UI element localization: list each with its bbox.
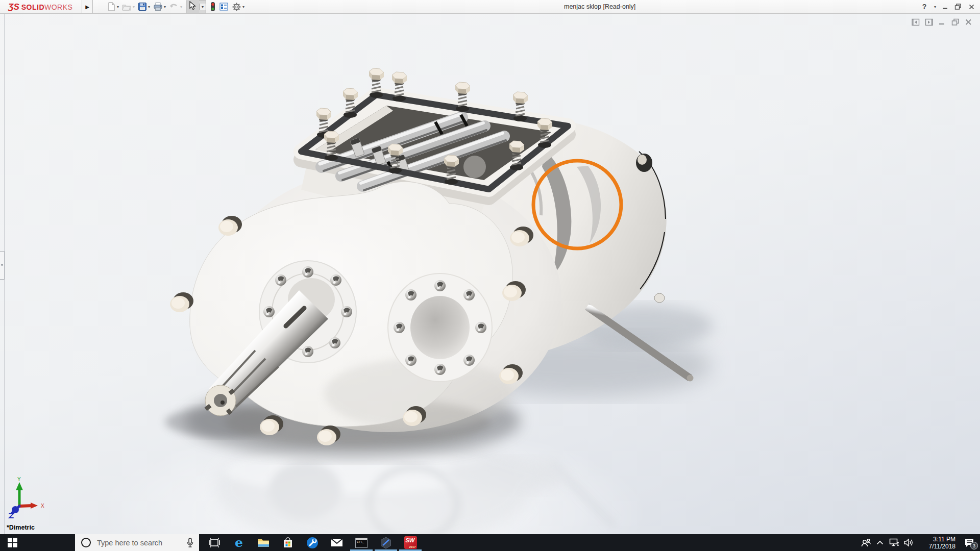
stoplight-button[interactable] xyxy=(208,0,217,13)
new-document-icon xyxy=(107,2,116,11)
windows-taskbar: Type here to search e xyxy=(0,534,980,551)
minimize-icon xyxy=(942,4,948,10)
notification-badge: 3 xyxy=(970,542,978,549)
new-document-button[interactable]: ▾ xyxy=(105,0,120,13)
clock-time: 3:11 PM xyxy=(916,536,955,543)
windows-logo-icon xyxy=(8,538,17,547)
select-cursor-icon xyxy=(186,0,199,13)
people-icon xyxy=(861,538,871,547)
reference-triad[interactable]: Y X xyxy=(3,477,49,520)
command-prompt-icon: C:\_ xyxy=(355,538,368,548)
save-button[interactable]: ▾ xyxy=(136,0,152,13)
quick-access-toolbar: ▾ ▾ ▾ ▾ xyxy=(105,0,246,13)
triad-y-label: Y xyxy=(17,477,21,482)
undo-caret[interactable]: ▾ xyxy=(180,5,182,9)
solidworks-2017-icon: SW 2017 xyxy=(404,536,417,549)
close-icon xyxy=(968,4,975,10)
restore-icon xyxy=(954,3,962,10)
close-button[interactable] xyxy=(965,0,978,13)
options-caret[interactable]: ▾ xyxy=(242,5,244,9)
edge-button[interactable]: e xyxy=(227,534,251,551)
store-button[interactable] xyxy=(276,534,300,551)
store-icon xyxy=(282,537,293,548)
print-caret[interactable]: ▾ xyxy=(164,5,166,9)
right-bearing-flange xyxy=(388,273,492,382)
action-center-button[interactable]: 3 xyxy=(959,534,980,551)
cortana-icon[interactable] xyxy=(81,538,91,547)
print-button[interactable]: ▾ xyxy=(152,0,167,13)
select-tool-caret[interactable]: ▾ xyxy=(199,4,206,10)
options-button[interactable]: ▾ xyxy=(230,0,246,13)
microphone-icon[interactable] xyxy=(186,538,194,548)
save-icon xyxy=(138,2,147,11)
menu-flyout-button[interactable]: ▶ xyxy=(82,0,93,13)
solidworks-logo-text-light: WORKS xyxy=(44,3,72,11)
document-title: menjac sklop [Read-only] xyxy=(564,3,635,10)
titlebar-window-controls: ? ▾ xyxy=(918,0,978,13)
settings-wrench-button[interactable] xyxy=(300,534,325,551)
undo-button[interactable]: ▾ xyxy=(167,0,184,13)
clock-date: 7/11/2018 xyxy=(916,543,955,550)
volume-button[interactable] xyxy=(901,534,916,551)
undo-icon xyxy=(169,2,179,11)
task-list-icon xyxy=(219,2,229,11)
file-explorer-button[interactable] xyxy=(251,534,276,551)
hexagon-app-button[interactable] xyxy=(374,534,398,551)
taskbar-search-input[interactable]: Type here to search xyxy=(75,534,199,551)
minimize-button[interactable] xyxy=(938,0,951,13)
edge-icon: e xyxy=(235,536,243,549)
gearbox-3d-model[interactable] xyxy=(0,14,980,534)
network-button[interactable] xyxy=(887,534,901,551)
options-gear-icon xyxy=(232,2,241,12)
select-tool-button[interactable]: ▾ xyxy=(186,1,206,13)
solidworks-logo-text-bold: SOLID xyxy=(21,3,44,11)
people-button[interactable] xyxy=(859,534,873,551)
save-caret[interactable]: ▾ xyxy=(148,5,150,9)
chevron-up-icon xyxy=(876,540,884,545)
stoplight-icon xyxy=(210,2,216,12)
open-icon xyxy=(122,2,132,11)
mail-icon xyxy=(331,538,343,547)
task-list-button[interactable] xyxy=(217,0,230,13)
hidden-icons-chevron[interactable] xyxy=(873,534,887,551)
solidworks-2017-button[interactable]: SW 2017 xyxy=(398,534,423,551)
new-document-caret[interactable]: ▾ xyxy=(117,5,119,9)
system-tray: 3:11 PM 7/11/2018 3 xyxy=(859,534,980,551)
print-icon xyxy=(153,2,163,11)
search-placeholder: Type here to search xyxy=(97,539,186,547)
task-view-icon xyxy=(209,538,220,547)
file-explorer-icon xyxy=(257,538,270,548)
view-orientation-label: *Dimetric xyxy=(7,524,35,531)
open-caret[interactable]: ▾ xyxy=(133,5,135,9)
help-button[interactable]: ? xyxy=(918,0,931,13)
graphics-viewport[interactable]: Y X *Dimetric xyxy=(0,14,980,534)
flyout-arrow-icon: ▶ xyxy=(85,4,89,10)
hexagon-app-icon xyxy=(380,537,392,549)
solidworks-logo: ƷS SOLID WORKS xyxy=(8,1,72,13)
help-caret[interactable]: ▾ xyxy=(931,0,938,13)
settings-wrench-icon xyxy=(306,537,318,549)
taskbar-clock[interactable]: 3:11 PM 7/11/2018 xyxy=(916,536,955,550)
mail-button[interactable] xyxy=(325,534,349,551)
start-button[interactable] xyxy=(0,534,24,551)
command-prompt-button[interactable]: C:\_ xyxy=(349,534,374,551)
title-bar: ƷS SOLID WORKS ▶ ▾ ▾ ▾ xyxy=(0,0,980,14)
network-ethernet-icon xyxy=(889,538,899,547)
taskbar-app-icons: e xyxy=(202,534,423,551)
speaker-icon xyxy=(903,538,914,547)
open-button[interactable]: ▾ xyxy=(120,0,136,13)
solidworks-logo-mark: ƷS xyxy=(8,2,19,12)
task-view-button[interactable] xyxy=(202,534,227,551)
restore-button[interactable] xyxy=(951,0,965,13)
triad-x-label: X xyxy=(41,503,44,509)
